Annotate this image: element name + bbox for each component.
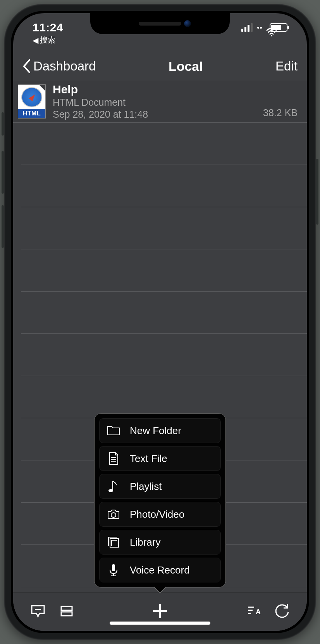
back-button[interactable]: Dashboard: [22, 59, 96, 74]
menu-label: Playlist: [130, 481, 162, 493]
sort-lines-icon: A: [245, 603, 262, 620]
svg-text:A: A: [256, 608, 261, 616]
file-size: 38.2 KB: [263, 107, 298, 118]
list-view-icon: [58, 603, 75, 620]
menu-text-file[interactable]: Text File: [99, 446, 221, 471]
status-back-to-app[interactable]: ◀ 搜索: [33, 35, 55, 45]
empty-row: [21, 123, 307, 165]
camera-icon: [105, 507, 122, 522]
menu-playlist[interactable]: Playlist: [99, 474, 221, 499]
add-button[interactable]: [150, 601, 170, 623]
menu-library[interactable]: Library: [99, 530, 221, 555]
menu-new-folder[interactable]: New Folder: [99, 418, 221, 443]
empty-row: [21, 207, 307, 249]
empty-row: [21, 165, 307, 207]
svg-rect-14: [61, 612, 72, 616]
svg-rect-13: [61, 606, 72, 610]
refresh-icon: [274, 603, 291, 620]
file-icon-label: HTML: [18, 109, 45, 118]
back-label: Dashboard: [33, 59, 96, 74]
empty-row: [21, 376, 307, 418]
file-date: Sep 28, 2020 at 11:48: [53, 109, 263, 120]
chevron-left-icon: [22, 59, 31, 73]
microphone-icon: [105, 563, 122, 577]
status-time: 11:24: [33, 21, 63, 34]
navigation-bar: Dashboard Local Edit: [13, 52, 307, 81]
add-menu-popup: New Folder Text File Playlist: [94, 413, 226, 587]
battery-icon: [270, 23, 287, 32]
music-note-icon: [105, 479, 122, 494]
menu-label: New Folder: [130, 425, 181, 437]
home-indicator[interactable]: [110, 622, 210, 625]
refresh-button[interactable]: [274, 603, 291, 621]
menu-label: Voice Record: [130, 564, 190, 576]
status-back-label: 搜索: [40, 35, 55, 45]
empty-row: [21, 292, 307, 334]
document-icon: [105, 451, 122, 466]
page-title: Local: [169, 59, 203, 74]
plus-icon: [150, 601, 170, 621]
comment-button[interactable]: [29, 603, 46, 621]
cellular-signal-icon: [241, 23, 253, 32]
dual-sim-icon: [257, 27, 262, 29]
menu-label: Text File: [130, 453, 167, 465]
html-file-icon: HTML: [18, 84, 46, 118]
sort-button[interactable]: A: [245, 603, 262, 621]
view-mode-button[interactable]: [58, 603, 75, 621]
svg-point-5: [111, 513, 116, 517]
device-notch: [90, 13, 230, 34]
library-icon: [105, 535, 122, 550]
edit-button[interactable]: Edit: [275, 59, 298, 74]
menu-photo-video[interactable]: Photo/Video: [99, 502, 221, 527]
menu-voice-record[interactable]: Voice Record: [99, 558, 221, 582]
speech-bubble-icon: [29, 603, 46, 620]
file-row[interactable]: HTML Help HTML Document Sep 28, 2020 at …: [13, 81, 307, 123]
back-triangle-icon: ◀: [33, 36, 38, 45]
empty-row: [21, 249, 307, 292]
svg-rect-9: [112, 564, 115, 571]
empty-row: [21, 334, 307, 376]
menu-label: Library: [130, 536, 160, 548]
menu-label: Photo/Video: [130, 508, 184, 520]
file-type: HTML Document: [53, 97, 263, 108]
folder-icon: [105, 423, 122, 438]
bottom-toolbar: A: [13, 592, 307, 631]
file-name: Help: [53, 83, 263, 96]
svg-point-0: [271, 35, 272, 36]
